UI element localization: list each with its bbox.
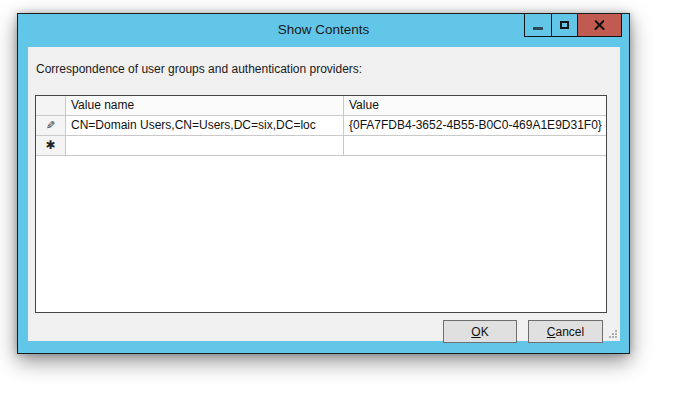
value-name-cell[interactable]: CN=Domain Users,CN=Users,DC=six,DC=loc [66, 116, 344, 135]
cancel-button-label: ancel [555, 325, 584, 339]
value-cell[interactable] [344, 136, 606, 155]
value-name-cell[interactable] [66, 136, 344, 155]
ok-button-label: K [481, 325, 489, 339]
ok-button-accesskey: O [471, 325, 480, 339]
row-header-cell: ✱ [36, 136, 66, 155]
values-table: Value name Value ✎ CN=Domain Users,CN=Us… [35, 95, 607, 313]
table-header-row: Value name Value [36, 96, 606, 116]
close-icon [594, 20, 605, 31]
value-name-column-header[interactable]: Value name [66, 96, 344, 115]
value-cell[interactable]: {0FA7FDB4-3652-4B55-B0C0-469A1E9D31F0} [344, 116, 606, 135]
close-button[interactable] [577, 14, 621, 36]
minimize-button[interactable] [525, 14, 551, 36]
minimize-icon [533, 27, 543, 30]
new-row-asterisk-icon: ✱ [45, 138, 55, 152]
maximize-button[interactable] [551, 14, 577, 36]
window-controls [524, 14, 622, 37]
resize-grip-icon[interactable] [607, 328, 618, 339]
row-header-cell: ✎ [36, 116, 66, 135]
row-marker-header-cell [36, 96, 66, 115]
value-column-header[interactable]: Value [344, 96, 606, 115]
cancel-button[interactable]: Cancel [528, 320, 603, 343]
table-new-row[interactable]: ✱ [36, 136, 606, 156]
show-contents-dialog: Show Contents Correspondence of user gro… [17, 13, 630, 354]
maximize-icon [560, 21, 569, 29]
ok-button[interactable]: OK [443, 320, 517, 343]
title-bar[interactable]: Show Contents [18, 14, 629, 47]
dialog-content: Correspondence of user groups and authen… [28, 47, 620, 341]
table-row[interactable]: ✎ CN=Domain Users,CN=Users,DC=six,DC=loc… [36, 116, 606, 136]
description-label: Correspondence of user groups and authen… [36, 62, 362, 76]
edit-pencil-icon: ✎ [46, 116, 55, 135]
